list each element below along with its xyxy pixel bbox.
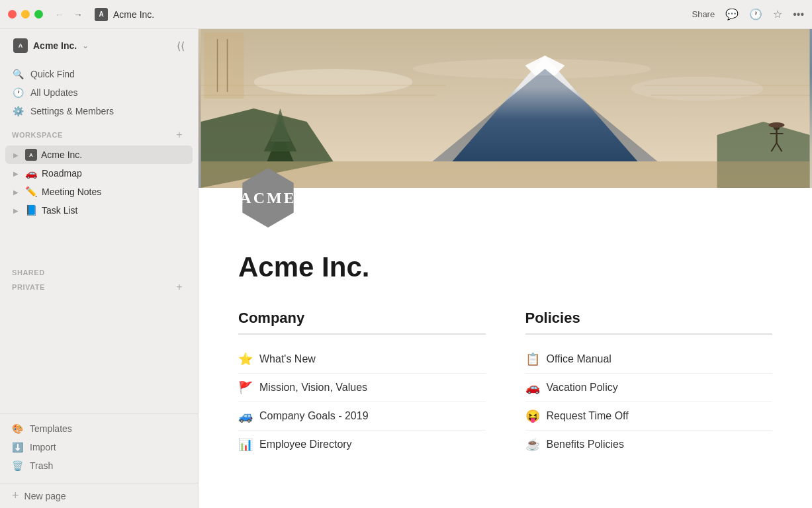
link-time-off[interactable]: 😝 Request Time Off [525,402,773,431]
tree-item-label-meeting-notes: Meeting Notes [42,187,101,197]
goals-emoji-icon: 🚙 [238,409,253,423]
sidebar-top: A Acme Inc. ⌄ ⟨⟨ [0,29,198,62]
sidebar-nav: 🔍 Quick Find 🕐 All Updates ⚙️ Settings &… [0,62,198,123]
import-icon: ⬇️ [12,442,23,452]
sidebar-collapse-button[interactable]: ⟨⟨ [177,40,185,52]
page-title: Acme Inc. [238,251,772,283]
task-list-emoji-icon: 📘 [25,204,38,216]
link-benefits[interactable]: ☕ Benefits Policies [525,431,773,458]
sidebar-bottom: 🎨 Templates ⬇️ Import 🗑️ Trash [0,413,198,480]
workspace-add-button[interactable]: + [173,128,186,142]
acme-tree-icon: A [25,149,37,161]
company-column: Company ⭐ What's New 🚩 Mission, Vision, … [238,310,486,458]
history-icon[interactable]: 🕐 [749,8,762,21]
workspace-chevron-icon: ⌄ [82,41,89,50]
svg-point-19 [769,122,785,128]
forward-button[interactable]: → [72,8,84,21]
vacation-emoji-icon: 🚗 [525,380,540,395]
sidebar-item-label-quick-find: Quick Find [30,69,75,79]
more-options-icon[interactable]: ••• [793,9,804,21]
content-area: ACME Acme Inc. Company ⭐ What's New 🚩 Mi… [199,29,812,508]
policies-column: Policies 📋 Office Manual 🚗 Vacation Poli… [525,310,773,458]
whats-new-emoji-icon: ⭐ [238,352,253,366]
private-add-button[interactable]: + [173,280,186,294]
svg-point-1 [254,69,413,95]
page-icon-text: ACME [240,189,296,207]
sidebar-item-trash[interactable]: 🗑️ Trash [5,456,193,475]
titlebar-page-title: Acme Inc. [113,9,154,20]
sidebar-item-templates[interactable]: 🎨 Templates [5,419,193,438]
link-text-whats-new: What's New [259,353,316,365]
comments-icon[interactable]: 💬 [725,8,739,21]
tree-arrow-icon-task: ▶ [11,207,21,214]
shared-section-label: SHARED [0,265,198,278]
link-text-time-off: Request Time Off [547,410,629,422]
sidebar-item-label-import: Import [30,442,56,452]
sidebar-item-label-trash: Trash [30,460,53,471]
minimize-button[interactable] [21,10,30,19]
sidebar-item-roadmap[interactable]: ▶ 🚗 Roadmap [5,164,193,183]
tree-arrow-icon: ▶ [11,151,21,159]
page-cover [199,29,812,188]
tree-item-label-roadmap: Roadmap [42,168,82,179]
sidebar-item-acme-inc[interactable]: ▶ A Acme Inc. [5,146,193,164]
sidebar-item-quick-find[interactable]: 🔍 Quick Find [5,65,193,83]
sidebar-tree: ▶ A Acme Inc. ▶ 🚗 Roadmap ▶ ✏️ Meeting N… [0,144,198,265]
tree-arrow-icon-meeting: ▶ [11,189,21,196]
titlebar-nav: A Acme Inc. [95,8,692,21]
nav-arrows: ← → [54,8,84,21]
directory-emoji-icon: 📊 [238,437,253,452]
workspace-name: Acme Inc. [33,40,77,51]
share-button[interactable]: Share [692,9,715,19]
back-button[interactable]: ← [54,8,66,21]
policies-heading: Policies [525,310,773,335]
roadmap-emoji-icon: 🚗 [25,167,38,179]
favorites-icon[interactable]: ☆ [773,8,782,21]
new-page-plus-icon: + [12,489,19,503]
private-section-label: PRIVATE [12,283,45,291]
mission-emoji-icon: 🚩 [238,380,253,395]
sidebar-item-label-templates: Templates [30,423,72,434]
benefits-emoji-icon: ☕ [525,437,540,452]
meeting-notes-emoji-icon: ✏️ [25,186,38,198]
sidebar-item-settings[interactable]: ⚙️ Settings & Members [5,102,193,120]
main-layout: A Acme Inc. ⌄ ⟨⟨ 🔍 Quick Find 🕐 All Upda… [0,29,812,508]
link-company-goals[interactable]: 🚙 Company Goals - 2019 [238,402,486,431]
sidebar-item-all-updates[interactable]: 🕐 All Updates [5,83,193,102]
link-vacation-policy[interactable]: 🚗 Vacation Policy [525,374,773,402]
private-section-row: PRIVATE + [0,278,198,296]
sidebar-item-label-settings: Settings & Members [30,106,114,116]
sidebar-item-import[interactable]: ⬇️ Import [5,438,193,456]
titlebar: ← → A Acme Inc. Share 💬 🕐 ☆ ••• [0,0,812,29]
new-page-label: New page [24,491,66,501]
workspace-header[interactable]: A Acme Inc. ⌄ ⟨⟨ [8,34,190,57]
tree-arrow-icon-roadmap: ▶ [11,170,21,177]
page-content: Acme Inc. Company ⭐ What's New 🚩 Mission… [199,238,812,498]
traffic-lights [8,10,43,19]
link-whats-new[interactable]: ⭐ What's New [238,345,486,374]
new-page-button[interactable]: + New page [0,483,198,508]
link-employee-directory[interactable]: 📊 Employee Directory [238,431,486,458]
link-text-mission: Mission, Vision, Values [259,382,367,394]
sidebar-item-meeting-notes[interactable]: ▶ ✏️ Meeting Notes [5,183,193,201]
tree-item-label-task-list: Task List [42,205,77,216]
maximize-button[interactable] [34,10,43,19]
close-button[interactable] [8,10,17,19]
time-off-emoji-icon: 😝 [525,409,540,423]
sidebar-item-task-list[interactable]: ▶ 📘 Task List [5,201,193,220]
link-mission[interactable]: 🚩 Mission, Vision, Values [238,374,486,402]
sidebar-item-label-all-updates: All Updates [30,87,78,98]
link-text-benefits: Benefits Policies [547,439,624,450]
titlebar-actions: Share 💬 🕐 ☆ ••• [692,8,804,21]
link-office-manual[interactable]: 📋 Office Manual [525,345,773,374]
workspace-icon: A [13,38,28,53]
trash-icon: 🗑️ [12,460,23,471]
templates-icon: 🎨 [12,423,23,434]
link-text-office-manual: Office Manual [547,353,611,365]
workspace-name-row: A Acme Inc. ⌄ [13,38,89,53]
link-text-goals: Company Goals - 2019 [259,410,369,422]
search-icon: 🔍 [12,69,24,79]
svg-point-3 [631,77,764,101]
svg-rect-20 [204,32,244,99]
tree-item-label-acme: Acme Inc. [41,149,82,160]
